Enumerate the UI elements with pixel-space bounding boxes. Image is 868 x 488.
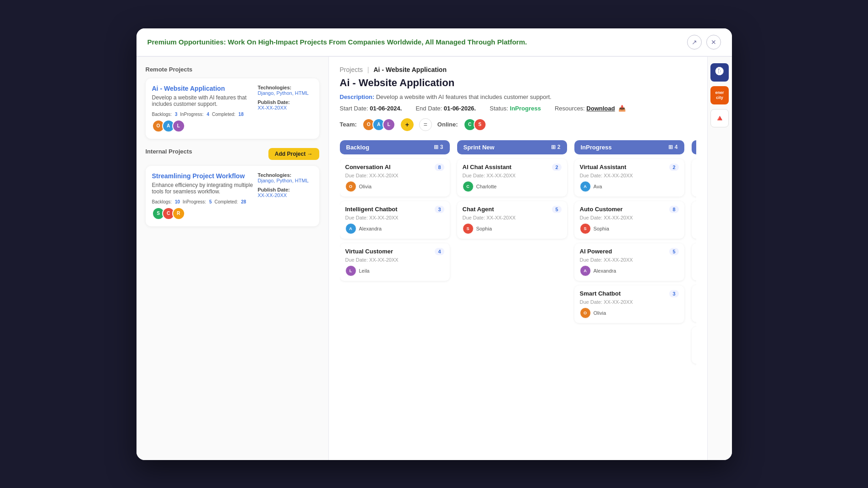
remote-project-title[interactable]: Ai - Website Application [152,85,254,92]
remote-project-meta-row: Ai - Website Application Develop a websi… [152,85,313,132]
task-card[interactable]: Chatbot Processing8Due Date: XX-XX-20XXO… [692,159,696,197]
task-due-date: Due Date: XX-XX-20XX [345,173,444,178]
task-card[interactable]: Smart Chatbot3Due Date: XX-XX-20XXOOlivi… [574,285,684,323]
task-count-badge: 8 [669,206,678,213]
status: Status: InProgress [490,105,541,112]
column-count: ⊞ 2 [551,144,561,150]
task-name: Conversation AI [345,164,432,170]
remote-project-card[interactable]: Ai - Website Application Develop a websi… [146,78,319,139]
task-card[interactable]: Any Help Nee...Due Date: XX-XX-20XXAAlex… [692,327,696,364]
task-due-date: Due Date: XX-XX-20XX [580,215,679,220]
task-count-badge: 2 [669,164,678,171]
team-avatars: O A L [362,118,395,131]
remote-badge-row: Backlogs: 3 InProgress: 4 Completed: 18 [152,112,254,117]
internal-project-desc: Enhance efficiency by integrating multip… [152,182,254,195]
task-card[interactable]: Welcome to Ai15Due Date: XX-XX-20XXAAlex… [692,201,696,239]
task-card[interactable]: Thank you for using AiDue Date: XX-XX-20… [692,243,696,280]
internal-section: Internal Projects Add Project → Streamli… [146,148,319,226]
internal-project-card[interactable]: Streamlining Project Workflow Enhance ef… [146,166,319,226]
task-assignee-row: AAlexandra [580,265,679,276]
task-card[interactable]: Auto Customer8Due Date: XX-XX-20XXSSophi… [574,201,684,239]
sidebar: Remote Projects Ai - Website Application… [136,57,329,460]
close-button[interactable]: ✕ [706,35,721,49]
avatar: C [463,181,474,192]
assignee-name: Charlotte [476,184,497,189]
task-name: AI Chat Assistant [463,164,550,170]
kanban-column-backlog: Backlog⊞ 3Conversation AI8Due Date: XX-X… [340,140,450,368]
remote-section-label: Remote Projects [146,66,319,73]
banner: Premium Opportunities: Work On High-Impa… [136,28,732,57]
task-card[interactable]: Virtual Assistant2Due Date: XX-XX-20XXAA… [574,159,684,197]
avatar: O [580,307,591,318]
completed-badge: Completed: 18 [212,112,244,117]
task-card[interactable]: AI Chat Assistant2Due Date: XX-XX-20XXCC… [457,159,567,197]
enercity-icon[interactable]: enercity [710,86,729,104]
task-due-date: Due Date: XX-XX-20XX [580,173,679,178]
task-assignee-row: AAva [580,181,679,192]
kanban-column-completed: Completed⊞ 18Chatbot Processing8Due Date… [692,140,696,368]
dribble-icon[interactable]: 🅓 [710,63,729,82]
add-member-button[interactable]: + [401,118,414,131]
internal-project-info: Streamlining Project Workflow Enhance ef… [152,172,254,220]
task-card[interactable]: AI Powered5Due Date: XX-XX-20XXAAlexandr… [574,243,684,281]
task-due-date: Due Date: XX-XX-20XX [345,215,444,220]
resources: Resources: Download 📥 [555,105,626,112]
end-date: End Date: 01-06-2026. [415,105,476,112]
team-menu-button[interactable]: = [419,118,432,131]
internal-section-header: Internal Projects Add Project → [146,148,319,160]
internal-project-title[interactable]: Streamlining Project Workflow [152,172,254,180]
task-card[interactable]: Chat Agent5Due Date: XX-XX-20XXSSophia [457,201,567,239]
task-card[interactable]: Intelligent Chatbot3Due Date: XX-XX-20XX… [340,201,450,239]
task-assignee-row: AAlexandra [345,223,444,234]
task-name: AI Powered [580,248,667,255]
assignee-name: Olivia [594,310,606,316]
remote-project-avatars: O A L [152,120,254,132]
add-project-button[interactable]: Add Project → [268,148,319,160]
column-header-backlog: Backlog⊞ 3 [340,140,450,154]
remote-project-tech: Technologies: Django, Python, HTML Publi… [258,85,313,110]
internal-project-avatars: S C R [152,207,254,220]
start-date: Start Date: 01-06-2024. [340,105,402,112]
kanban-column-sprint: Sprint New⊞ 2AI Chat Assistant2Due Date:… [457,140,567,368]
task-name: Smart Chatbot [580,290,667,297]
app-layout: Remote Projects Ai - Website Application… [136,57,732,460]
avatar: S [580,223,591,234]
task-name: Virtual Customer [345,248,432,255]
task-due-date: Due Date: XX-XX-20XX [345,257,444,263]
assignee-name: Alexandra [359,226,382,231]
column-header-sprint: Sprint New⊞ 2 [457,140,567,154]
backlogs-badge: Backlogs: 3 [152,112,178,117]
assignee-name: Leila [359,268,370,274]
task-assignee-row: LLeila [345,265,444,276]
int-inprogress-badge: InProgress: 5 [183,199,212,204]
column-count: ⊞ 4 [668,144,678,150]
task-count-badge: 3 [669,290,678,297]
expand-button[interactable]: ↗ [687,35,702,49]
team-row: Team: O A L + = Online: C S [340,118,696,131]
task-assignee-row: CCharlotte [463,181,562,192]
avatar: O [345,181,356,192]
column-count: ⊞ 3 [434,144,443,150]
remote-project-desc: Develop a website with AI features that … [152,94,254,107]
task-due-date: Due Date: XX-XX-20XX [463,215,562,220]
triangle-icon[interactable]: 🔺 [710,109,729,127]
task-due-date: Due Date: XX-XX-20XX [580,257,679,263]
online-avatars: C S [464,118,486,131]
task-count-badge: 4 [435,248,444,255]
task-card[interactable]: Ai Chatbot AutoDue Date: XX-XX-20XXLLeil… [692,285,696,322]
kanban-column-inprogress: InProgress⊞ 4Virtual Assistant2Due Date:… [574,140,684,368]
task-due-date: Due Date: XX-XX-20XX [580,299,679,305]
task-name: Auto Customer [580,206,667,213]
kanban-board: Backlog⊞ 3Conversation AI8Due Date: XX-X… [340,140,696,373]
task-count-badge: 2 [552,164,561,171]
task-assignee-row: SSophia [580,223,679,234]
task-card[interactable]: Conversation AI8Due Date: XX-XX-20XXOOli… [340,159,450,197]
avatar: S [463,223,474,234]
assignee-name: Sophia [594,226,609,231]
task-assignee-row: OOlivia [345,181,444,192]
task-card[interactable]: Virtual Customer4Due Date: XX-XX-20XXLLe… [340,243,450,281]
avatar: S [474,118,486,131]
assignee-name: Ava [594,184,602,189]
avatar: L [382,118,395,131]
project-title: Ai - Website Application [340,77,696,89]
